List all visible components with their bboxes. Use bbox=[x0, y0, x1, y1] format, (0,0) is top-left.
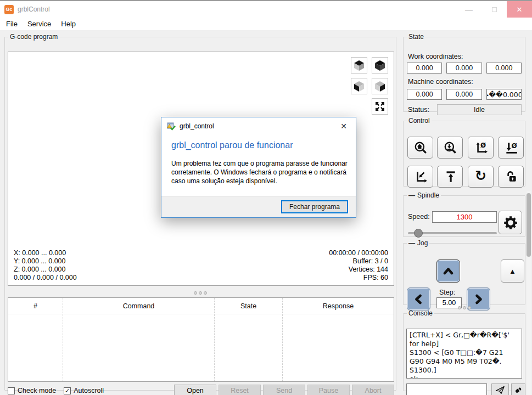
triangle-up-icon: ▲ bbox=[509, 267, 516, 275]
column-header-index: # bbox=[8, 298, 63, 314]
abort-button[interactable]: Abort bbox=[352, 385, 394, 395]
bottom-bar: Check mode ✓ Autoscroll Open Reset Send … bbox=[8, 384, 394, 395]
spindle-group-title: Spindle bbox=[417, 191, 439, 199]
console-line: S1300 < [G0 T□□:�7 G21 G90 G94 M0 M5 M9 … bbox=[410, 348, 519, 375]
menu-service[interactable]: Service bbox=[23, 19, 56, 29]
reset-icon: ↻ bbox=[475, 169, 486, 183]
autoscroll-checkbox[interactable]: ✓ Autoscroll bbox=[64, 387, 104, 394]
machine-x-field: 0.000 bbox=[407, 89, 442, 100]
bounds-stats: X: 0.000 ... 0.000 Y: 0.000 ... 0.000 Z:… bbox=[14, 249, 77, 282]
app-icon: Gc bbox=[4, 5, 14, 14]
speed-slider[interactable] bbox=[408, 229, 497, 238]
console-command-input[interactable] bbox=[406, 383, 487, 395]
machine-y-field: 0.000 bbox=[446, 89, 481, 100]
eraser-icon bbox=[514, 386, 523, 394]
check-mode-label: Check mode bbox=[18, 387, 56, 394]
menu-help[interactable]: Help bbox=[56, 19, 81, 29]
paper-plane-icon bbox=[495, 385, 505, 395]
error-report-icon bbox=[167, 122, 176, 131]
dialog-footer: Fechar programa bbox=[161, 196, 356, 217]
status-badge: Idle bbox=[437, 104, 522, 115]
z-probe-button[interactable] bbox=[437, 137, 463, 159]
menubar: File Service Help bbox=[0, 18, 532, 30]
status-label: Status: bbox=[408, 106, 429, 114]
command-table[interactable]: # Command State Response bbox=[8, 297, 394, 382]
send-command-button[interactable] bbox=[491, 383, 509, 395]
console-line: ok bbox=[410, 375, 519, 379]
crash-dialog: grbl_control ✕ grbl_control parou de fun… bbox=[161, 117, 356, 218]
check-icon: ✓ bbox=[65, 388, 70, 394]
column-header-state: State bbox=[215, 298, 282, 314]
splitter-handle[interactable] bbox=[5, 291, 396, 295]
reset-button-control[interactable]: ↻ bbox=[468, 166, 494, 188]
svg-text:Ø: Ø bbox=[511, 142, 517, 150]
zero-xy-icon: Ø bbox=[474, 140, 488, 155]
dialog-body-text: Um problema fez com que o programa paras… bbox=[171, 159, 349, 185]
cube-left-icon bbox=[373, 80, 387, 93]
close-program-button[interactable]: Fechar programa bbox=[281, 200, 348, 213]
bounds-y: Y: 0.000 ... 0.000 bbox=[14, 257, 77, 266]
zero-z-button[interactable]: Ø bbox=[498, 137, 524, 159]
svg-text:Ø: Ø bbox=[480, 142, 485, 149]
check-mode-checkbox[interactable]: Check mode bbox=[8, 387, 56, 394]
spindle-toggle-button[interactable] bbox=[499, 211, 522, 234]
unlock-button[interactable] bbox=[498, 166, 524, 188]
close-button[interactable]: ✕ bbox=[507, 1, 532, 18]
pause-button[interactable]: Pause bbox=[307, 385, 350, 395]
buffer-stat: Buffer: 3 / 0 bbox=[329, 257, 388, 266]
step-label: Step: bbox=[439, 289, 455, 296]
slider-thumb[interactable] bbox=[414, 229, 423, 238]
view-left-button[interactable] bbox=[372, 78, 388, 94]
safe-position-icon bbox=[443, 170, 457, 184]
titlebar: Gc grblControl — ✕ bbox=[0, 1, 532, 18]
home-button[interactable] bbox=[407, 137, 433, 159]
dialog-heading: grbl_control parou de funcionar bbox=[171, 140, 293, 150]
open-button[interactable]: Open bbox=[174, 385, 216, 395]
clear-console-button[interactable] bbox=[511, 383, 525, 395]
time-stat: 00:00:00 / 00:00:00 bbox=[329, 249, 388, 257]
view-isometric-button[interactable] bbox=[372, 57, 388, 74]
state-group-title: State bbox=[407, 33, 425, 41]
bounds-z: Z: 0.000 ... 0.000 bbox=[14, 266, 77, 274]
dialog-close-button[interactable]: ✕ bbox=[337, 121, 350, 132]
scrollbar-thumb[interactable] bbox=[527, 193, 531, 257]
safe-position-button[interactable] bbox=[437, 166, 463, 188]
bounds-size: 0.000 / 0.000 / 0.000 bbox=[14, 274, 77, 282]
bounds-x: X: 0.000 ... 0.000 bbox=[14, 249, 77, 257]
z-up-button[interactable]: ▲ bbox=[501, 259, 524, 283]
reset-button[interactable]: Reset bbox=[219, 385, 261, 395]
minimize-icon: — bbox=[465, 5, 473, 14]
view-top-button[interactable] bbox=[351, 57, 367, 74]
view-front-button[interactable] bbox=[351, 78, 367, 94]
maximize-button[interactable] bbox=[481, 1, 507, 18]
zero-xy-button[interactable]: Ø bbox=[468, 137, 494, 159]
search-down-arrow-icon bbox=[443, 140, 457, 155]
fps-stat: FPS: 60 bbox=[329, 274, 388, 282]
collapse-icon[interactable]: — bbox=[408, 191, 415, 199]
autoscroll-label: Autoscroll bbox=[74, 387, 104, 394]
panel-scrollbar[interactable] bbox=[527, 191, 531, 395]
fullscreen-icon bbox=[374, 100, 386, 112]
minimize-button[interactable]: — bbox=[456, 1, 481, 18]
menu-file[interactable]: File bbox=[1, 19, 23, 29]
send-button[interactable]: Send bbox=[263, 385, 305, 395]
gcode-program-title: G-code program bbox=[8, 33, 59, 41]
restore-origin-button[interactable] bbox=[407, 166, 433, 188]
cube-top-icon bbox=[352, 59, 366, 72]
console-group-title: Console bbox=[407, 310, 434, 317]
console-line: [CTRL+X] < Gr,□�r�R�['$' for help] bbox=[410, 331, 519, 348]
control-group: Control Ø Ø bbox=[403, 117, 525, 187]
cube-isometric-icon bbox=[373, 59, 387, 72]
window-border bbox=[0, 0, 532, 1]
speed-label: Speed: bbox=[408, 213, 430, 221]
console-output[interactable]: [CTRL+X] < Gr,□�r�R�['$' for help] S1300… bbox=[406, 329, 522, 379]
state-group: State Work coordinates: 0.000 0.000 0.00… bbox=[403, 33, 525, 112]
work-x-field: 0.000 bbox=[407, 63, 442, 74]
window-title: grblControl bbox=[18, 5, 50, 13]
jog-up-button[interactable] bbox=[436, 259, 460, 283]
autoscroll-box: ✓ bbox=[64, 387, 71, 394]
close-icon: ✕ bbox=[517, 5, 523, 14]
speed-input[interactable] bbox=[432, 211, 497, 223]
fullscreen-button[interactable] bbox=[372, 98, 388, 115]
collapse-icon[interactable]: — bbox=[408, 239, 415, 247]
